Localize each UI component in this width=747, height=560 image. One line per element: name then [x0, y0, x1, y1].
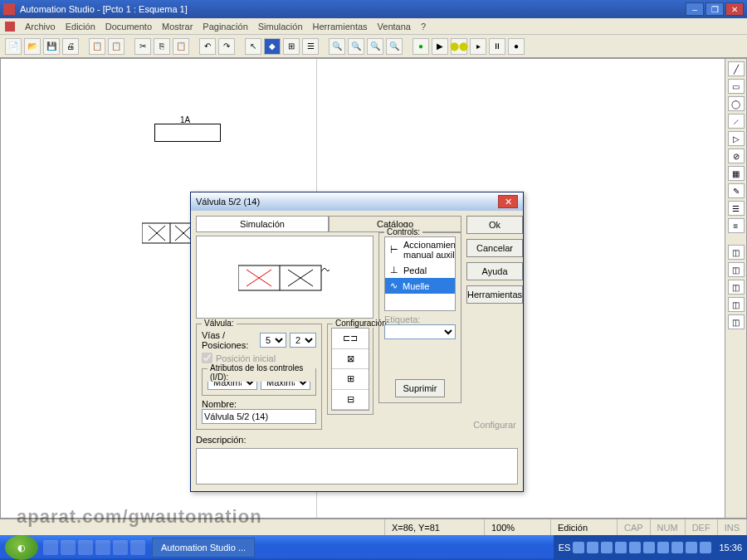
- description-box[interactable]: [196, 448, 518, 485]
- tool-stop-icon[interactable]: ●: [508, 38, 525, 55]
- tray-icon[interactable]: [573, 542, 584, 553]
- rtool-circle-icon[interactable]: ◯: [728, 96, 745, 111]
- menu-documento[interactable]: Documento: [105, 22, 152, 32]
- tool-paste-icon[interactable]: 📋: [173, 38, 189, 55]
- ok-button[interactable]: Ok: [466, 216, 523, 234]
- rtool-arc-icon[interactable]: ⟋: [728, 114, 745, 129]
- tool-zoomwin-icon[interactable]: 🔍: [386, 38, 403, 55]
- lang-indicator[interactable]: ES: [559, 543, 571, 553]
- rtool-poly-icon[interactable]: ▷: [728, 131, 745, 146]
- tool-select-icon[interactable]: ◆: [264, 38, 281, 55]
- tool-new-icon[interactable]: 📄: [5, 38, 22, 55]
- menu-edicion[interactable]: Edición: [66, 22, 95, 32]
- rtool-image-icon[interactable]: ▦: [728, 166, 745, 181]
- ql-icon[interactable]: [61, 540, 76, 555]
- rtool-text-icon[interactable]: ⊘: [728, 149, 745, 163]
- config-list[interactable]: ⊏⊐ ⊠ ⊞ ⊟: [331, 328, 369, 411]
- rtool-rect-icon[interactable]: ▭: [728, 79, 745, 94]
- tool-save-icon[interactable]: 💾: [43, 38, 60, 55]
- control-item-pedal[interactable]: ⊥Pedal: [385, 262, 455, 278]
- nombre-input[interactable]: [202, 409, 316, 424]
- menu-paginacion[interactable]: Paginación: [203, 22, 247, 32]
- minimize-button[interactable]: –: [686, 2, 704, 16]
- tray-icon[interactable]: [629, 542, 641, 553]
- vias-select[interactable]: 5: [260, 333, 286, 348]
- help-button[interactable]: Ayuda: [466, 262, 523, 280]
- tool-sim2-icon[interactable]: ▸: [470, 38, 486, 55]
- control-item-accionamiento[interactable]: ⊢Accionamiento manual auxilia: [385, 237, 455, 262]
- right-toolbar: ╱ ▭ ◯ ⟋ ▷ ⊘ ▦ ✎ ☰ ≡ ◫ ◫ ◫ ◫ ◫: [725, 59, 746, 518]
- rtool-g3-icon[interactable]: ◫: [728, 280, 745, 295]
- tool-cut-icon[interactable]: ✂: [134, 38, 151, 55]
- tool-print-icon[interactable]: 🖨: [62, 38, 79, 55]
- tray-icon[interactable]: [700, 542, 711, 553]
- close-button[interactable]: ✕: [725, 2, 744, 16]
- tool-redo-icon[interactable]: ↷: [218, 38, 235, 55]
- start-button[interactable]: ◐: [5, 535, 38, 560]
- tool-step-icon[interactable]: ▶: [432, 38, 448, 55]
- menu-archivo[interactable]: Archivo: [25, 22, 56, 32]
- ql-icon[interactable]: [95, 540, 110, 555]
- menu-help[interactable]: ?: [421, 22, 426, 32]
- rtool-brush-icon[interactable]: ✎: [728, 183, 745, 198]
- dialog-close-button[interactable]: ✕: [498, 195, 518, 208]
- tray-icon[interactable]: [615, 542, 627, 553]
- cylinder-symbol[interactable]: [154, 124, 221, 142]
- tool-sim1-icon[interactable]: ⬤⬤: [451, 38, 467, 55]
- tool-zoomfit-icon[interactable]: 🔍: [367, 38, 383, 55]
- tool-doc2-icon[interactable]: 📋: [108, 38, 124, 55]
- tray-icon[interactable]: [686, 542, 697, 553]
- rtool-g2-icon[interactable]: ◫: [728, 262, 745, 277]
- tool-layer-icon[interactable]: ☰: [302, 38, 319, 55]
- config-item[interactable]: ⊏⊐: [332, 329, 369, 349]
- rtool-line-icon[interactable]: ╱: [728, 61, 745, 76]
- tray-icon[interactable]: [643, 542, 655, 553]
- rtool-g5-icon[interactable]: ◫: [728, 314, 745, 329]
- controls-list[interactable]: ⊢Accionamiento manual auxilia ⊥Pedal ∿Mu…: [384, 236, 456, 311]
- tool-open-icon[interactable]: 📂: [24, 38, 41, 55]
- tools-button[interactable]: Herramientas: [466, 285, 523, 304]
- valvula-label: Válvula:: [202, 319, 237, 328]
- rtool-table-icon[interactable]: ☰: [728, 201, 745, 216]
- menu-simulacion[interactable]: Simulación: [258, 22, 303, 32]
- control-item-muelle[interactable]: ∿Muelle: [385, 278, 455, 294]
- config-item[interactable]: ⊞: [332, 369, 369, 390]
- tray-icon[interactable]: [657, 542, 669, 553]
- ql-icon[interactable]: [78, 540, 93, 555]
- tray-icon[interactable]: [601, 542, 613, 553]
- status-coords: X=86, Y=81: [385, 519, 485, 535]
- pos-select[interactable]: 2: [290, 333, 316, 348]
- tool-pause-icon[interactable]: ⏸: [489, 38, 505, 55]
- menu-ventana[interactable]: Ventana: [378, 22, 411, 32]
- tool-grid-icon[interactable]: ⊞: [283, 38, 300, 55]
- clock[interactable]: 15:36: [719, 543, 742, 553]
- rtool-g1-icon[interactable]: ◫: [728, 245, 745, 260]
- suprimir-button[interactable]: Suprimir: [395, 379, 445, 397]
- tool-undo-icon[interactable]: ↶: [199, 38, 216, 55]
- rtool-g4-icon[interactable]: ◫: [728, 297, 745, 312]
- rtool-align-icon[interactable]: ≡: [728, 218, 745, 233]
- tool-run-icon[interactable]: ●: [413, 38, 429, 55]
- ql-icon[interactable]: [130, 540, 145, 555]
- tool-zoomin-icon[interactable]: 🔍: [329, 38, 345, 55]
- tray-icon[interactable]: [671, 542, 683, 553]
- menu-mostrar[interactable]: Mostrar: [162, 22, 193, 32]
- tool-zoomout-icon[interactable]: 🔍: [348, 38, 364, 55]
- tray-icon[interactable]: [587, 542, 598, 553]
- ql-icon[interactable]: [43, 540, 58, 555]
- status-ins: INS: [718, 519, 747, 535]
- etiqueta-select[interactable]: [384, 324, 456, 339]
- tool-copy-icon[interactable]: ⎘: [154, 38, 170, 55]
- tab-simulacion[interactable]: Simulación: [196, 216, 329, 232]
- config-item[interactable]: ⊟: [332, 390, 369, 411]
- cancel-button[interactable]: Cancelar: [466, 239, 523, 257]
- taskbar-app[interactable]: Automation Studio ...: [152, 538, 255, 558]
- ql-icon[interactable]: [113, 540, 128, 555]
- menu-herramientas[interactable]: Herramientas: [313, 22, 368, 32]
- maximize-button[interactable]: ❐: [706, 2, 724, 16]
- config-item[interactable]: ⊠: [332, 349, 369, 370]
- tool-doc1-icon[interactable]: 📋: [89, 38, 105, 55]
- pos-inicial-checkbox[interactable]: [202, 353, 212, 363]
- valve-preview: [196, 236, 374, 319]
- tool-pointer-icon[interactable]: ↖: [245, 38, 261, 55]
